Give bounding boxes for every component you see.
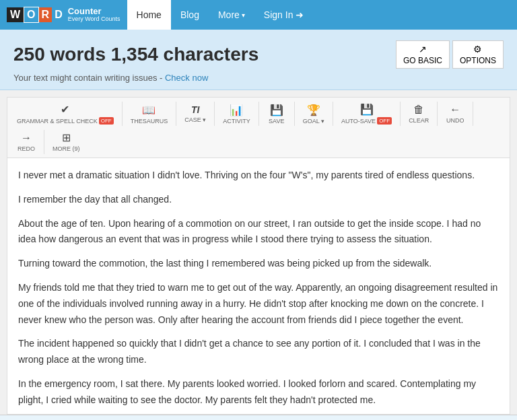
main-nav: Home Blog More Sign In ➜ — [127, 0, 314, 30]
stats-main-row: 250 words 1,354 characters ↗ GO BASIC ⚙ … — [13, 40, 504, 69]
nav-signin[interactable]: Sign In ➜ — [254, 0, 314, 30]
gear-icon: ⚙ — [473, 44, 482, 55]
editor-wrap: I never met a dramatic situation I didn'… — [7, 158, 510, 415]
signin-icon: ➜ — [296, 9, 304, 20]
toolbar-sep-6 — [333, 102, 333, 126]
toolbar-sep-5 — [294, 102, 295, 126]
thesaurus-button[interactable]: 📖 THESAURUS — [125, 101, 174, 127]
save-button[interactable]: 💾 SAVE — [262, 101, 291, 127]
editor-paragraph: About the age of ten. Upon hearing of a … — [18, 216, 499, 248]
grammar-spell-check-button[interactable]: ✔ GRAMMAR & SPELL CHECK OFF — [11, 100, 119, 127]
footer-stats: 250 words 1,354 characters Your text mig… — [0, 415, 517, 420]
editor-paragraph: I remember the day that all changed. — [18, 192, 499, 208]
nav-more[interactable]: More — [209, 0, 254, 30]
autosave-button[interactable]: 💾 AUTO-SAVE OFF — [336, 100, 397, 127]
editor-paragraph: The incident happened so quickly that I … — [18, 336, 499, 368]
toolbar-sep-1 — [122, 102, 123, 126]
editor-paragraph: In the emergency room, I sat there. My p… — [18, 376, 499, 409]
go-basic-button[interactable]: ↗ GO BASIC — [396, 40, 450, 69]
book-icon: 📖 — [142, 104, 156, 116]
logo-o: O — [24, 7, 38, 23]
nav-blog[interactable]: Blog — [171, 0, 209, 30]
toolbar-sep-2 — [176, 102, 176, 126]
more-button[interactable]: ⊞ MORE (9) — [47, 129, 85, 155]
editor-paragraph: My friends told me that they tried to wa… — [18, 280, 499, 328]
external-link-icon: ↗ — [419, 44, 427, 55]
goal-icon: 🏆 — [307, 104, 320, 116]
toolbar-sep-10 — [44, 130, 44, 154]
toolbar-sep-9 — [473, 102, 473, 126]
logo-r: R — [39, 7, 53, 22]
grid-icon: ⊞ — [62, 131, 71, 144]
undo-button[interactable]: ← UNDO — [440, 101, 470, 127]
toolbar: ✔ GRAMMAR & SPELL CHECK OFF 📖 THESAURUS … — [7, 97, 510, 158]
redo-icon: → — [21, 132, 32, 144]
stats-banner: 250 words 1,354 characters ↗ GO BASIC ⚙ … — [0, 30, 517, 90]
editor-paragraph: Turning toward the commotion, the last t… — [18, 256, 499, 272]
writing-issues-banner: Your text might contain writing issues -… — [13, 73, 504, 83]
activity-button[interactable]: 📊 ACTIVITY — [217, 101, 256, 127]
redo-button[interactable]: → REDO — [11, 129, 41, 155]
toolbar-sep-7 — [400, 102, 401, 126]
toolbar-sep-8 — [437, 102, 438, 126]
editor-scroll[interactable]: I never met a dramatic situation I didn'… — [7, 158, 510, 414]
goal-button[interactable]: 🏆 GOAL ▾ — [298, 101, 330, 127]
save-icon: 💾 — [270, 104, 283, 116]
logo-d: D — [52, 7, 65, 22]
editor-content[interactable]: I never met a dramatic situation I didn'… — [7, 158, 510, 414]
header: W O R D Counter Every Word Counts Home B… — [0, 0, 517, 30]
editor-paragraph: I never met a dramatic situation I didn'… — [18, 168, 499, 184]
toolbar-sep-4 — [258, 102, 259, 126]
logo-text: Counter Every Word Counts — [68, 7, 120, 23]
options-button[interactable]: ⚙ OPTIONS — [452, 40, 504, 69]
checkmark-icon: ✔ — [61, 103, 69, 116]
clear-button[interactable]: 🗑 CLEAR — [403, 101, 434, 127]
chart-icon: 📊 — [230, 104, 243, 116]
trash-icon: 🗑 — [413, 104, 424, 116]
nav-home[interactable]: Home — [127, 0, 171, 30]
toolbar-sep-3 — [214, 102, 215, 126]
stats-buttons: ↗ GO BASIC ⚙ OPTIONS — [396, 40, 504, 69]
logo: W O R D Counter Every Word Counts — [7, 7, 120, 23]
logo-w: W — [7, 7, 24, 22]
case-button[interactable]: TI CASE ▾ — [179, 102, 211, 126]
word-char-count: 250 words 1,354 characters — [13, 44, 258, 65]
check-now-link-top[interactable]: Check now — [165, 73, 208, 83]
autosave-icon: 💾 — [360, 103, 374, 116]
case-icon: TI — [191, 104, 199, 115]
undo-icon: ← — [450, 104, 460, 116]
